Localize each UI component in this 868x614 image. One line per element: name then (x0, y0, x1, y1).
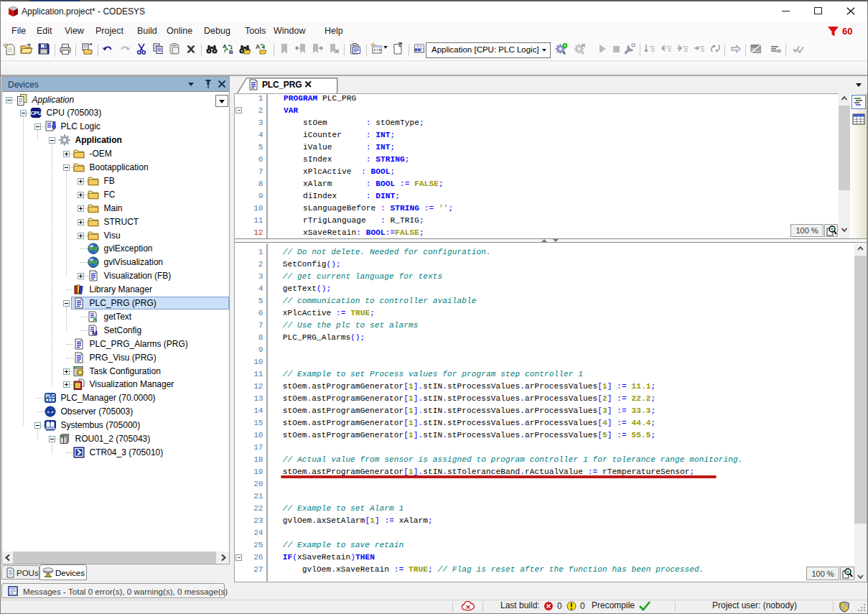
svg-text:A: A (92, 316, 97, 322)
svg-text:CPU: CPU (30, 110, 42, 116)
svg-text:PLC: PLC (45, 394, 55, 399)
svg-text:M: M (92, 330, 98, 336)
svg-text:A: A (256, 43, 260, 50)
svg-text:B: B (229, 49, 233, 55)
